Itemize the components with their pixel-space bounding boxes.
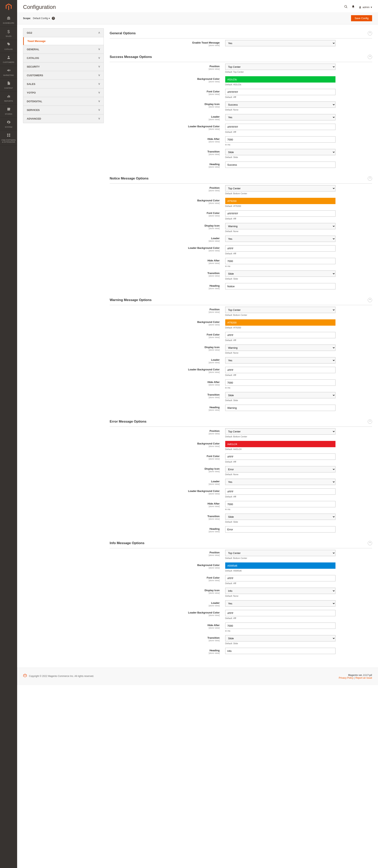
save-config-button[interactable]: Save Config (351, 15, 372, 21)
warning-bgcolor-input[interactable] (225, 319, 336, 326)
info-fontcolor-input[interactable] (225, 575, 336, 581)
admin-user-menu[interactable]: admin ▾ (359, 6, 372, 9)
error-hideafter-input[interactable] (225, 501, 336, 507)
error-icon-select[interactable]: Error (225, 466, 336, 472)
warning-position-select[interactable]: Top Center (225, 307, 336, 313)
nav-customers[interactable]: CUSTOMERS (0, 53, 17, 66)
warning-hideafter-input-note: in ms (225, 386, 336, 389)
search-icon[interactable] (344, 5, 348, 9)
enable-toast-select[interactable]: Yes (225, 40, 336, 46)
tab-sales[interactable]: SALESᐯ (23, 80, 104, 89)
chevron-down-icon: ᐯ (98, 74, 100, 76)
info-icon-select[interactable]: Info (225, 588, 336, 594)
collapse-icon: ⌃ (368, 541, 372, 545)
notice-bgcolor-input[interactable] (225, 198, 336, 204)
success-loaderbg-input[interactable] (225, 124, 336, 130)
fieldset-head-error[interactable]: Error Message Options ⌃ (110, 417, 372, 427)
nav-find-partners-extensions[interactable]: FIND PARTNERS & EXTENSIONS (0, 131, 17, 146)
tab-gg2[interactable]: GG2ᐱ (23, 29, 104, 37)
error-loaderbg-input[interactable] (225, 488, 336, 495)
tab-customers[interactable]: CUSTOMERSᐯ (23, 71, 104, 80)
chevron-up-icon: ᐱ (98, 32, 100, 34)
success-icon-select[interactable]: Success (225, 101, 336, 108)
nav-sales[interactable]: $SALES (0, 27, 17, 40)
success-loader-select[interactable]: Yes (225, 114, 336, 120)
success-fontcolor-input[interactable] (225, 89, 336, 95)
warning-loader-select[interactable]: Yes (225, 357, 336, 364)
fieldset-head-notice[interactable]: Notice Message Options ⌃ (110, 174, 372, 184)
warning-fontcolor-input[interactable] (225, 332, 336, 338)
nav-marketing[interactable]: MARKETING (0, 66, 17, 79)
success-position-select[interactable]: Top Center (225, 64, 336, 70)
notice-icon-select-note: Default: None (225, 230, 336, 232)
tab-services[interactable]: SERVICESᐯ (23, 106, 104, 115)
collapse-icon: ⌃ (368, 176, 372, 181)
warning-bgcolor-input-note: Default: #f79200 (225, 327, 336, 329)
page-title: Configuration (23, 4, 56, 10)
info-heading-input[interactable] (225, 648, 336, 654)
tab-sub-toast-message[interactable]: Toast Message (23, 37, 104, 45)
success-bgcolor-input[interactable] (225, 76, 336, 83)
warning-transition-select[interactable]: Slide (225, 392, 336, 398)
notice-loaderbg-input[interactable] (225, 245, 336, 252)
notice-loader-select[interactable]: Yes (225, 236, 336, 242)
scope-selector[interactable]: Default Config ▾ (33, 17, 50, 20)
tab-dotdigital[interactable]: DOTDIGITALᐯ (23, 97, 104, 106)
fieldset-head-warning[interactable]: Warning Message Options ⌃ (110, 295, 372, 305)
info-loaderbg-input[interactable] (225, 610, 336, 616)
warning-position-select-note: Default: Bottom Center (225, 314, 336, 316)
magento-logo[interactable] (0, 0, 17, 14)
notice-heading-input[interactable] (225, 283, 336, 289)
tab-yotpo[interactable]: YOTPOᐯ (23, 89, 104, 97)
nav-catalog[interactable]: CATALOG (0, 40, 17, 53)
notice-transition-select[interactable]: Slide (225, 271, 336, 277)
success-heading-input[interactable] (225, 161, 336, 168)
warning-loaderbg-input[interactable] (225, 367, 336, 373)
nav-content[interactable]: CONTENT (0, 79, 17, 92)
megaphone-icon (7, 68, 11, 73)
nav-system[interactable]: SYSTEM (0, 118, 17, 131)
error-fontcolor-input[interactable] (225, 454, 336, 460)
fieldset-head-success[interactable]: Success Message Options ⌃ (110, 52, 372, 62)
warning-icon-select[interactable]: Warning (225, 345, 336, 351)
nav-dashboard[interactable]: DASHBOARD (0, 14, 17, 27)
svg-rect-5 (9, 133, 10, 135)
info-bgcolor-input[interactable] (225, 562, 336, 569)
fieldset-notice: Notice Message Options ⌃ Position[store … (110, 174, 372, 291)
notice-icon-select[interactable]: Warning (225, 223, 336, 229)
chevron-down-icon: ᐯ (98, 117, 100, 120)
error-position-select[interactable]: Top Center (225, 428, 336, 435)
tab-advanced[interactable]: ADVANCEDᐯ (23, 115, 104, 123)
warning-hideafter-input[interactable] (225, 379, 336, 386)
error-heading-input[interactable] (225, 526, 336, 532)
success-transition-select[interactable]: Slide (225, 149, 336, 155)
tab-general[interactable]: GENERALᐯ (23, 45, 104, 54)
info-loader-select[interactable]: Yes (225, 600, 336, 607)
info-transition-select-note: Default: Slide (225, 642, 336, 645)
page-icon (7, 81, 11, 86)
nav-stores[interactable]: STORES (0, 105, 17, 118)
error-transition-select-note: Default: Slide (225, 521, 336, 523)
error-bgcolor-input[interactable] (225, 441, 336, 447)
help-icon[interactable]: ? (52, 17, 55, 20)
info-position-select[interactable]: Top Center (225, 550, 336, 556)
error-transition-select[interactable]: Slide (225, 514, 336, 520)
tab-catalog[interactable]: CATALOGᐯ (23, 54, 104, 62)
tab-security[interactable]: SECURITYᐯ (23, 62, 104, 71)
info-transition-select[interactable]: Slide (225, 635, 336, 642)
error-loader-select[interactable]: Yes (225, 479, 336, 485)
notifications-icon[interactable] (352, 5, 355, 9)
report-issue-link[interactable]: Report an Issue (355, 677, 372, 679)
fieldset-head-info[interactable]: Info Message Options ⌃ (110, 538, 372, 548)
nav-reports[interactable]: REPORTS (0, 92, 17, 105)
stores-icon (7, 107, 11, 112)
warning-heading-input[interactable] (225, 405, 336, 411)
success-hideafter-input[interactable] (225, 136, 336, 143)
notice-position-select[interactable]: Top Center (225, 185, 336, 191)
notice-hideafter-input[interactable] (225, 258, 336, 264)
notice-fontcolor-input[interactable] (225, 210, 336, 217)
privacy-policy-link[interactable]: Privacy Policy (339, 677, 353, 679)
fieldset-head-general[interactable]: General Options ⌃ (110, 28, 372, 38)
magento-logo-small (23, 674, 27, 678)
info-hideafter-input[interactable] (225, 623, 336, 629)
